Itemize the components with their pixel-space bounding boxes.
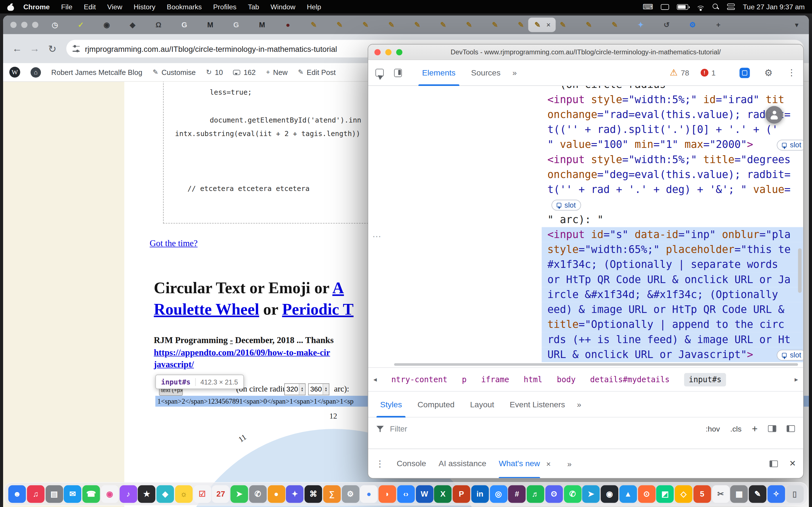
device-toolbar-icon[interactable] bbox=[394, 68, 402, 76]
warning-icon[interactable]: ⚠ bbox=[670, 68, 678, 77]
dock-icon[interactable]: ☎ bbox=[82, 485, 100, 503]
menu-item[interactable]: Edit bbox=[84, 3, 96, 11]
dock-side-icon[interactable] bbox=[769, 460, 777, 467]
dock-icon[interactable]: ➤ bbox=[582, 485, 600, 503]
browser-tab[interactable]: ✓ bbox=[77, 20, 85, 29]
tab-sources[interactable]: Sources bbox=[463, 60, 508, 86]
wifi-icon[interactable] bbox=[696, 3, 705, 10]
customise-link[interactable]: ✎ Customise bbox=[153, 68, 196, 76]
browser-tab[interactable]: M bbox=[258, 20, 266, 29]
dock-icon[interactable]: ✆ bbox=[564, 485, 581, 503]
computed-panel-icon[interactable] bbox=[768, 425, 776, 432]
menu-item[interactable]: File bbox=[61, 3, 72, 11]
browser-tab[interactable]: ◉ bbox=[103, 20, 111, 29]
stepper-icon[interactable]: ▲▼ bbox=[322, 384, 329, 395]
dock-icon[interactable]: ◉ bbox=[101, 485, 118, 503]
browser-tab[interactable]: ↺ bbox=[663, 20, 671, 29]
breadcrumb-item-selected[interactable]: input#s bbox=[684, 373, 726, 386]
drawer-more-tabs-icon[interactable]: » bbox=[563, 459, 576, 468]
stepper-icon[interactable]: ▲▼ bbox=[299, 384, 305, 395]
browser-tab[interactable]: ✎ bbox=[413, 20, 421, 29]
edit-post-link[interactable]: ✎ Edit Post bbox=[298, 68, 336, 76]
drawer-kebab-icon[interactable]: ⋮ bbox=[375, 458, 384, 469]
dock-icon[interactable]: ⊙ bbox=[638, 485, 655, 503]
close-window-button[interactable] bbox=[10, 22, 17, 28]
tab-close-icon[interactable]: × bbox=[546, 21, 551, 29]
menu-item[interactable]: Profiles bbox=[213, 3, 237, 11]
breadcrumb-left-arrow-icon[interactable]: ◀ bbox=[373, 376, 377, 383]
browser-tab[interactable]: ✦ bbox=[637, 20, 645, 29]
dock-icon[interactable]: 5 bbox=[693, 485, 711, 503]
dock-icon[interactable]: ▤ bbox=[45, 485, 63, 503]
dock-icon[interactable]: ♫ bbox=[27, 485, 44, 503]
zoom-window-button[interactable] bbox=[32, 22, 38, 28]
hov-toggle[interactable]: :hov bbox=[706, 425, 720, 433]
reload-button[interactable]: ↻ bbox=[43, 40, 61, 57]
tab-event-listeners[interactable]: Event Listeners bbox=[502, 391, 573, 417]
dock-icon[interactable]: ☑ bbox=[193, 485, 211, 503]
menu-item[interactable]: Chrome bbox=[23, 3, 50, 11]
dock-icon[interactable]: ✧ bbox=[767, 485, 785, 503]
control-center-icon[interactable] bbox=[727, 4, 735, 10]
browser-tab[interactable]: ● bbox=[284, 20, 292, 29]
menu-item[interactable]: Window bbox=[271, 3, 296, 11]
dock-icon[interactable]: ◎ bbox=[490, 485, 507, 503]
display-icon[interactable] bbox=[661, 4, 669, 10]
menu-item[interactable]: View bbox=[107, 3, 122, 11]
menu-item[interactable]: Help bbox=[307, 3, 321, 11]
dock-icon[interactable]: ● bbox=[267, 485, 285, 503]
browser-tab[interactable]: G bbox=[232, 20, 240, 29]
dock-icon[interactable]: in bbox=[471, 485, 489, 503]
forward-button[interactable]: → bbox=[26, 40, 43, 57]
menu-clock[interactable]: Tue 27 Jan 9:37 am bbox=[743, 3, 805, 11]
dock-icon[interactable]: ✆ bbox=[249, 485, 266, 503]
dock-icon[interactable]: ◗ bbox=[378, 485, 396, 503]
dock-icon[interactable]: ➤ bbox=[231, 485, 248, 503]
menu-item[interactable]: Bookmarks bbox=[167, 3, 202, 11]
browser-tab[interactable]: + bbox=[714, 20, 722, 29]
browser-tab[interactable]: Ω bbox=[154, 20, 162, 29]
tab-computed[interactable]: Computed bbox=[410, 391, 462, 417]
vertical-scrollbar[interactable] bbox=[798, 248, 802, 293]
more-tabs-icon[interactable]: » bbox=[508, 68, 521, 77]
post-title-link[interactable]: A bbox=[333, 279, 344, 297]
dock-icon[interactable]: ✉ bbox=[64, 485, 81, 503]
browser-tab[interactable]: ✎ bbox=[439, 20, 448, 29]
close-drawer-icon[interactable]: ✕ bbox=[789, 459, 796, 468]
accessibility-indicator[interactable] bbox=[765, 106, 783, 124]
filter-input[interactable]: Filter bbox=[390, 424, 407, 433]
more-tabs-icon[interactable]: » bbox=[573, 400, 586, 409]
menu-item[interactable]: Tab bbox=[248, 3, 259, 11]
warning-count[interactable]: 78 bbox=[681, 68, 689, 76]
tab-elements[interactable]: Elements bbox=[414, 60, 463, 86]
elements-tree-lines[interactable]: " (on circle radius "<input style="width… bbox=[368, 86, 803, 362]
dock-icon[interactable]: ▦ bbox=[730, 485, 748, 503]
slot-badge[interactable]: slot bbox=[777, 140, 803, 151]
dock-icon[interactable]: ● bbox=[360, 485, 377, 503]
dock-icon[interactable]: ʘ bbox=[545, 485, 563, 503]
dock-icon[interactable]: ◉ bbox=[601, 485, 618, 503]
back-button[interactable]: ← bbox=[8, 40, 26, 57]
breadcrumb-item[interactable]: details#mydetails bbox=[590, 375, 670, 384]
site-info-icon[interactable] bbox=[72, 46, 80, 52]
breadcrumb-right-arrow-icon[interactable]: ▶ bbox=[795, 376, 798, 383]
dock-icon[interactable]: ▯ bbox=[786, 485, 803, 503]
dock-icon[interactable]: ◇ bbox=[675, 485, 692, 503]
dock-icon[interactable]: ‹› bbox=[397, 485, 414, 503]
site-home-icon[interactable]: ⌂ bbox=[31, 67, 41, 77]
cls-toggle[interactable]: .cls bbox=[730, 425, 742, 433]
dock-icon[interactable]: ★ bbox=[138, 485, 155, 503]
browser-tab[interactable]: M bbox=[206, 20, 214, 29]
dock-icon[interactable]: ▲ bbox=[619, 485, 637, 503]
breadcrumb-item[interactable]: html bbox=[523, 375, 542, 384]
sidebar-toggle-icon[interactable] bbox=[786, 425, 795, 432]
new-style-rule-button[interactable]: + bbox=[752, 423, 758, 434]
dock-icon[interactable]: ◩ bbox=[656, 485, 674, 503]
browser-tab[interactable]: ✎ bbox=[465, 20, 473, 29]
browser-tab[interactable]: ✎ bbox=[585, 20, 593, 29]
dock-icon[interactable]: ♬ bbox=[527, 485, 544, 503]
dock-icon[interactable]: ☼ bbox=[175, 485, 192, 503]
inspect-element-icon[interactable] bbox=[375, 69, 384, 76]
dock-icon[interactable]: ✦ bbox=[286, 485, 303, 503]
breadcrumb-item[interactable]: p bbox=[462, 375, 467, 384]
